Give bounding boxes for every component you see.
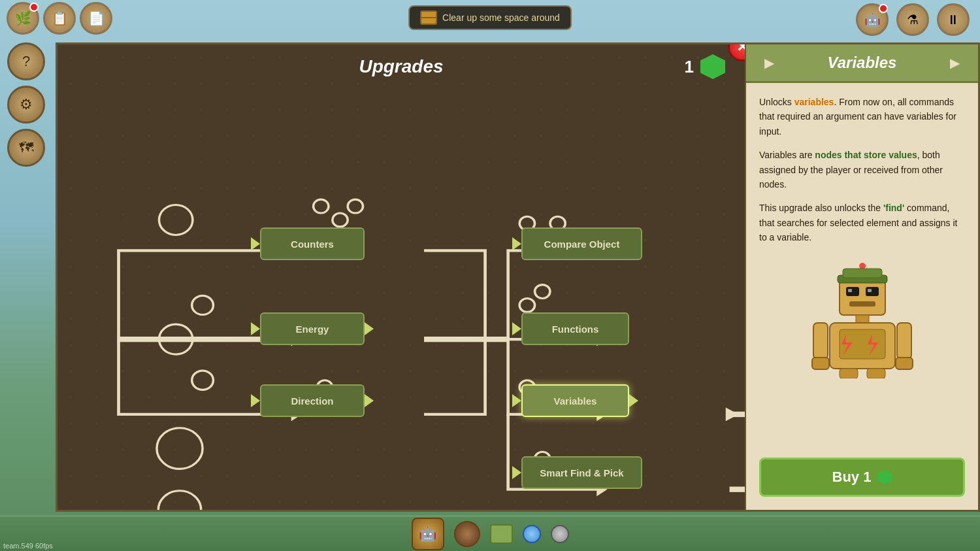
svg-point-0 [159,205,192,235]
tree-area: Counters Energy Direction Compare Object… [57,87,745,510]
robot-figure [810,261,915,378]
svg-point-23 [314,199,329,213]
node-smart-find[interactable]: Smart Find & Pick [521,456,642,489]
node-arrow-variables [512,394,521,407]
node-counters-label: Counters [291,239,334,250]
info-text-2: Variables are nodes that store values, b… [759,148,965,192]
svg-point-3 [192,371,214,390]
info-header: ▶ Variables ▶ [746,44,978,83]
upgrade-panel: ✕ Upgrades 1 [56,42,745,512]
highlight-variables: variables [794,97,834,107]
svg-rect-53 [843,269,882,278]
svg-rect-47 [812,358,829,369]
svg-point-16 [535,285,550,299]
node-variables[interactable]: Variables [521,384,629,417]
svg-rect-51 [867,369,885,378]
info-panel: ▶ Variables ▶ Unlocks variables. From no… [745,42,980,512]
svg-point-21 [333,213,348,227]
node-smart-label: Smart Find & Pick [540,467,623,478]
left-sidebar: ? ⚙ 🗺 [0,0,52,551]
top-btn-leaf[interactable]: 🌿 [7,2,39,35]
nav-next-button[interactable]: ▶ [945,52,965,73]
svg-rect-40 [849,301,875,307]
highlight-find: 'find' [883,203,904,213]
node-arrow-variables-right [629,394,638,407]
highlight-nodes: nodes that store values [815,150,917,160]
buy-button[interactable]: Buy 1 [759,458,965,497]
svg-rect-38 [848,289,852,292]
svg-rect-46 [813,323,828,359]
chest-icon [420,10,437,25]
notification-dot [29,3,39,12]
node-arrow-compare [512,237,521,250]
notification-banner: Clear up some space around [408,5,572,30]
top-btn-flask[interactable]: ⚗ [896,3,929,36]
node-arrow-energy [251,322,260,335]
bottom-bar: team.549 60fps 🤖 [0,515,980,551]
svg-point-1 [192,295,214,314]
robot-area [759,254,965,385]
svg-rect-48 [897,323,911,359]
upgrade-title: Upgrades [359,56,443,77]
node-energy-label: Energy [296,324,329,335]
info-text-1: Unlocks variables. From now on, all comm… [759,95,965,139]
svg-point-2 [159,324,192,354]
node-direction-label: Direction [291,395,333,407]
svg-point-4 [157,428,203,469]
buy-gem-icon [877,470,892,484]
info-text-3: This upgrade also unlocks the 'find' com… [759,201,965,244]
top-right-buttons: 🤖 ⚗ ⏸ [856,3,973,36]
bottom-sprite-3 [490,524,513,544]
svg-rect-39 [868,289,872,292]
svg-point-15 [519,299,534,312]
upgrade-currency: 1 [685,54,725,79]
node-functions-label: Functions [552,324,599,335]
sidebar-btn-map[interactable]: 🗺 [7,129,45,167]
svg-marker-31 [726,407,739,421]
svg-rect-50 [840,369,858,378]
svg-rect-41 [856,315,869,323]
node-compare-object[interactable]: Compare Object [521,227,642,260]
bottom-sprite-4 [523,525,541,543]
bottom-sprite-2 [454,521,480,547]
svg-point-22 [348,199,363,213]
node-functions[interactable]: Functions [521,312,629,345]
tree-svg [57,87,745,510]
svg-point-5 [158,491,201,510]
top-btn-book[interactable]: 📋 [43,2,76,35]
node-arrow-functions [512,322,521,335]
top-btn-task[interactable]: 📄 [80,2,112,35]
gem-icon [700,54,725,79]
node-compare-label: Compare Object [544,239,620,250]
info-content: Unlocks variables. From now on, all comm… [746,83,978,451]
node-arrow-counters [251,237,260,250]
node-arrow-direction [251,394,260,407]
buy-button-label: Buy 1 [832,469,872,486]
bottom-sprite-1: 🤖 [412,518,444,550]
fps-counter: team.549 60fps [3,542,53,550]
currency-count: 1 [685,57,694,77]
sidebar-btn-help[interactable]: ? [7,42,45,80]
svg-rect-35 [840,279,885,315]
top-btn-pause[interactable]: ⏸ [937,3,970,36]
svg-rect-49 [896,358,913,369]
bottom-sprite-5 [551,525,569,543]
node-energy[interactable]: Energy [260,312,365,345]
node-variables-label: Variables [554,395,597,407]
top-btn-robot[interactable]: 🤖 [856,3,889,36]
info-title: Variables [779,54,945,72]
notification-text: Clear up some space around [442,12,560,23]
node-counters[interactable]: Counters [260,227,365,260]
node-arrow-energy-right [365,322,374,335]
modal-overlay: ✕ Upgrades 1 [56,42,980,512]
node-arrow-smart [512,466,521,479]
node-direction[interactable]: Direction [260,384,365,417]
notification-dot-2 [879,4,888,13]
node-arrow-direction-right [365,394,374,407]
nav-prev-button[interactable]: ▶ [759,52,779,73]
upgrade-title-bar: Upgrades 1 [57,44,745,89]
sidebar-btn-gear[interactable]: ⚙ [7,86,45,124]
